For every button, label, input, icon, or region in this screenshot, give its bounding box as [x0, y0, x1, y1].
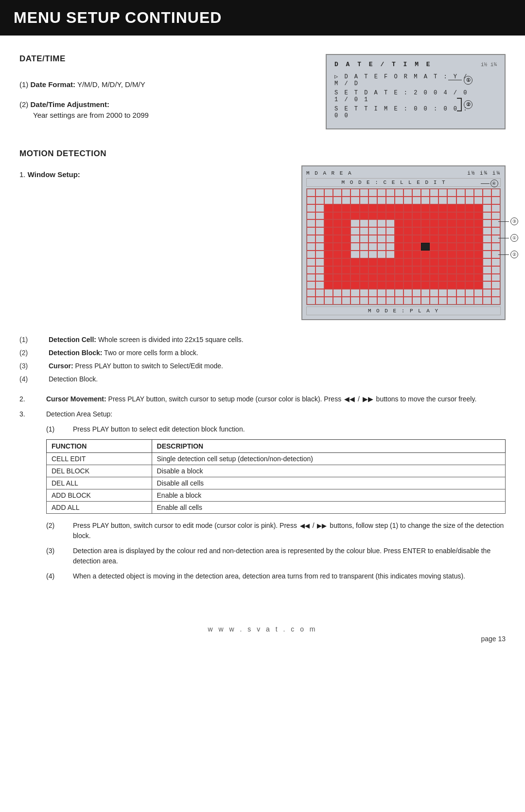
md-cell: [307, 219, 315, 227]
md-cell: [447, 189, 456, 197]
md-cell: [395, 219, 403, 227]
md-cell: [421, 204, 430, 212]
md-cell: [430, 212, 438, 220]
md-cell: [342, 266, 350, 274]
md-cell: [333, 258, 342, 266]
ann-num-4: (4): [19, 374, 49, 384]
md-cell: [377, 281, 386, 289]
md-cell: [456, 212, 465, 220]
sub2-text: Press PLAY button, switch cursor to edit…: [73, 522, 297, 529]
md-cell: [412, 266, 421, 274]
date-adj-label: Date/Time Adjustment:: [31, 100, 110, 108]
page-title: MENU SETUP CONTINUED: [14, 9, 222, 26]
md-cell: [307, 235, 315, 243]
motion-left: 1. Window Setup:: [19, 165, 287, 320]
md-cell: [342, 197, 350, 204]
date-time-title: DATE/TIME: [19, 54, 311, 64]
md-cell: [483, 219, 491, 227]
circle-3: ③: [510, 217, 518, 225]
md-cell: [465, 243, 474, 251]
md-cell: [430, 281, 438, 289]
md-cell: [483, 258, 491, 266]
function-table: FUNCTION DESCRIPTION CELL EDITSingle det…: [46, 439, 506, 514]
md-cell: [386, 235, 395, 243]
detection-area-sub: (1) Press PLAY button to select edit det…: [19, 424, 506, 581]
sub3-text: Detection area is displayed by the colou…: [73, 546, 506, 566]
md-cell: [438, 235, 447, 243]
md-cell: [465, 197, 474, 204]
md-cell: [360, 197, 368, 204]
md-cell: [350, 197, 359, 204]
table-header-function: FUNCTION: [47, 440, 152, 453]
md-grid: [306, 188, 501, 305]
table-cell-description: Disable a block: [152, 465, 505, 477]
ann-num-2: (2): [19, 348, 49, 358]
md-cell: [412, 204, 421, 212]
md-cell: [395, 212, 403, 220]
md-cell: [360, 289, 368, 297]
md-cell: [412, 297, 421, 305]
md-cell: [342, 212, 350, 220]
md-cell: [403, 297, 412, 305]
md-cell: [324, 189, 333, 197]
date-adj-prefix: (2): [19, 100, 31, 108]
ann-text-3: Cursor: Press PLAY button to switch to S…: [49, 361, 223, 371]
md-cell: [483, 197, 491, 204]
md-cell: [483, 274, 491, 282]
md-cell: [368, 274, 377, 282]
md-annotation-4: ④: [481, 180, 498, 187]
md-cell: [360, 274, 368, 282]
cursor-movement-bold: Cursor Movement:: [46, 395, 106, 403]
md-cell: [350, 281, 359, 289]
md-cell: [491, 297, 500, 305]
md-cell: [360, 235, 368, 243]
md-cell: [456, 197, 465, 204]
md-cell: [483, 281, 491, 289]
circle-2b: ②: [510, 251, 518, 258]
sub3-prefix: (3): [46, 546, 73, 556]
md-cell: [315, 219, 324, 227]
md-cell: [324, 212, 333, 220]
md-cell: [368, 297, 377, 305]
md-cell: [307, 197, 315, 204]
md-cell: [368, 243, 377, 251]
md-cell: [315, 289, 324, 297]
md-cell: [386, 251, 395, 258]
footer: w w w . s v a t . c o m: [0, 625, 525, 633]
motion-right: M D A R E A i½ i¾ i¼ M O D E : C E L L E…: [301, 165, 506, 320]
md-cell: [403, 281, 412, 289]
md-cell: [324, 219, 333, 227]
md-cell: [377, 227, 386, 235]
md-cell: [403, 189, 412, 197]
md-cell: [474, 297, 483, 305]
sub3-item: (3) Detection area is displayed by the c…: [46, 546, 506, 566]
cursor-movement-text: Press PLAY button, switch cursor to setu…: [108, 395, 342, 403]
md-cell: [315, 274, 324, 282]
md-cell: [333, 297, 342, 305]
md-cell: [350, 204, 359, 212]
md-cell: [395, 227, 403, 235]
md-cell: [395, 235, 403, 243]
md-ann-1: ①: [498, 234, 518, 242]
footer-url: w w w . s v a t . c o m: [208, 625, 317, 633]
md-cell: [307, 212, 315, 220]
md-cell: [474, 189, 483, 197]
circle-2: ②: [464, 100, 472, 109]
md-cell: [474, 204, 483, 212]
md-cell: [386, 281, 395, 289]
md-cell: [360, 227, 368, 235]
table-cell-description: Single detection cell setup (detection/n…: [152, 453, 505, 465]
md-cell: [395, 274, 403, 282]
md-cell: [456, 219, 465, 227]
md-cell: [465, 235, 474, 243]
md-cell: [421, 197, 430, 204]
md-cell: [395, 297, 403, 305]
md-cell: [456, 189, 465, 197]
md-cell: [430, 243, 438, 251]
md-cell: [315, 189, 324, 197]
md-cell: [377, 266, 386, 274]
md-cell: [465, 266, 474, 274]
md-cell: [447, 251, 456, 258]
md-cell: [307, 204, 315, 212]
table-row: DEL ALLDisable all cells: [47, 477, 506, 489]
